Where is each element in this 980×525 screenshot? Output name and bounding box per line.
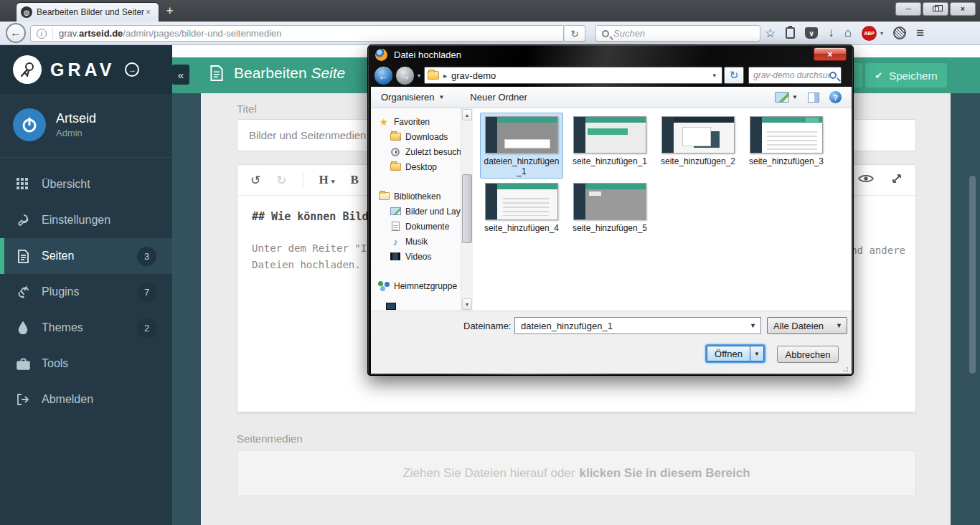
home-icon[interactable]: ⌂ [844, 26, 852, 40]
tree-item-zuletzt-besucht[interactable]: Zuletzt besucht [371, 144, 473, 159]
sidebar-item-label: Seiten [42, 250, 74, 262]
tree-item-bilder[interactable]: Bilder und Layou [371, 204, 473, 219]
new-tab-button[interactable]: + [166, 4, 173, 17]
tree-item-musik[interactable]: ♪Musik [371, 234, 473, 249]
filetype-dropdown[interactable]: Alle Dateien ▼ [767, 317, 847, 334]
logo-arrow-icon[interactable]: → [125, 62, 139, 77]
open-button[interactable]: Öffnen [707, 346, 750, 361]
new-folder-button[interactable]: Neuer Ordner [470, 92, 527, 103]
pocket-icon[interactable]: ∨ [805, 27, 818, 39]
dialog-search-field[interactable]: grav-demo durchsuchen [748, 67, 842, 84]
dialog-back-button[interactable]: ← [374, 66, 393, 85]
breadcrumb-dropdown-icon[interactable]: ▾ [710, 72, 719, 79]
window-minimize-button[interactable]: ─ [895, 2, 921, 16]
views-icon [775, 92, 789, 103]
sidebar-item-abmelden[interactable]: Abmelden [0, 382, 172, 417]
preview-eye-icon[interactable] [858, 173, 874, 187]
pages-count-badge: 3 [137, 247, 156, 266]
file-tile[interactable]: seite_hinzufügen_3 [745, 113, 828, 169]
sidebar-item-tools[interactable]: Tools [0, 346, 172, 382]
tree-item-desktop[interactable]: Desktop [371, 159, 473, 174]
tree-scrollbar[interactable]: ▲ ▼ [461, 108, 473, 311]
music-icon: ♪ [390, 237, 401, 247]
sidebar-item-label: Abmelden [42, 393, 93, 406]
browser-search-field[interactable]: Suchen [595, 25, 760, 42]
tree-scrollbar-thumb[interactable] [462, 174, 472, 243]
tree-item-heimnetzgruppe[interactable]: Heimnetzgruppe [371, 278, 473, 293]
hamburger-menu-icon[interactable]: ≡ [916, 25, 924, 41]
bold-icon[interactable]: B [351, 173, 359, 187]
open-split-button[interactable]: Öffnen ▼ [705, 344, 765, 363]
organize-menu[interactable]: Organisieren▼ [381, 92, 444, 103]
dialog-title: Datei hochladen [394, 49, 461, 60]
user-area[interactable]: Artseid Admin [0, 94, 172, 158]
folder-tree: ★Favoriten ↓Downloads Zuletzt besucht De… [371, 108, 473, 311]
clipboard-icon[interactable] [786, 27, 795, 39]
help-icon[interactable]: ? [829, 91, 842, 103]
resize-grip[interactable] [843, 365, 850, 372]
chevron-down-icon: ▼ [438, 94, 444, 100]
chevron-down-icon[interactable]: ▼ [833, 322, 845, 329]
scroll-down-icon[interactable]: ▼ [462, 298, 472, 310]
tree-item-downloads[interactable]: ↓Downloads [371, 129, 473, 144]
sidebar-item-themes[interactable]: Themes 2 [0, 310, 172, 346]
sidebar-item-seiten[interactable]: Seiten 3 [0, 238, 172, 274]
plugins-count-badge: 7 [137, 283, 156, 302]
fullscreen-icon[interactable] [891, 173, 903, 188]
tree-item-favoriten[interactable]: ★Favoriten [371, 114, 473, 129]
scroll-up-icon[interactable]: ▲ [462, 109, 472, 120]
open-dropdown-icon[interactable]: ▼ [750, 346, 764, 361]
tree-item-dokumente[interactable]: Dokumente [371, 219, 473, 234]
fingerprint-icon[interactable] [893, 27, 906, 39]
file-tile[interactable]: seite_hinzufügen_1 [568, 113, 651, 169]
tab-close-icon[interactable]: × [146, 7, 151, 17]
user-role: Admin [56, 128, 96, 138]
file-tile[interactable]: seite_hinzufügen_2 [656, 113, 740, 169]
preview-pane-icon[interactable] [808, 93, 819, 103]
breadcrumb-location[interactable]: grav-demo [451, 70, 496, 81]
history-caret-icon[interactable]: ▾ [418, 72, 420, 79]
avatar [13, 108, 46, 141]
tree-item-videos[interactable]: Videos [371, 249, 473, 264]
file-tile[interactable]: seite_hinzufügen_5 [568, 179, 651, 235]
adblock-caret-icon[interactable]: ▾ [880, 30, 883, 37]
themes-count-badge: 2 [137, 318, 156, 338]
page-file-icon [16, 249, 30, 263]
breadcrumb[interactable]: ▸ grav-demo ▾ [424, 67, 722, 84]
dialog-close-button[interactable]: × [814, 47, 847, 61]
window-restore-button[interactable] [923, 2, 948, 16]
tree-item-computer-partial[interactable] [378, 298, 401, 311]
heading-dropdown[interactable]: H ▾ [319, 173, 335, 187]
sidebar-collapse-button[interactable]: « [172, 65, 189, 85]
homegroup-icon [378, 281, 390, 291]
refresh-button[interactable]: ↻ [724, 67, 744, 84]
views-button[interactable]: ▼ [775, 92, 798, 103]
file-name: seite_hinzufügen_1 [570, 156, 649, 166]
downloads-icon[interactable]: ↓ [828, 26, 834, 40]
sidebar-item-plugins[interactable]: Plugins 7 [0, 274, 172, 310]
page-scrollbar-thumb[interactable] [969, 176, 976, 374]
filename-combobox[interactable]: dateien_hinzufügen_1 ▼ [514, 317, 761, 334]
sidebar-item-uebersicht[interactable]: Übersicht [0, 166, 172, 202]
file-thumbnail [750, 116, 823, 153]
dialog-forward-button[interactable]: → [395, 66, 415, 85]
undo-icon[interactable]: ↺ [250, 173, 260, 188]
chevron-down-icon[interactable]: ▼ [747, 322, 759, 329]
adblock-plus-icon[interactable]: ABP [862, 26, 877, 41]
media-dropzone[interactable]: Ziehen Sie Dateien hierauf oder klicken … [237, 450, 916, 496]
url-bar[interactable]: i grav.artseid.de/admin/pages/bilder-und… [30, 25, 564, 42]
browser-tab[interactable]: ◍ Bearbeiten Bilder und Seitenm × [16, 2, 159, 22]
cancel-button[interactable]: Abbrechen [777, 346, 839, 363]
window-close-button[interactable]: × [950, 2, 976, 16]
bookmark-star-icon[interactable]: ☆ [765, 26, 776, 41]
site-info-icon[interactable]: i [37, 29, 47, 39]
file-tile[interactable]: seite_hinzufügen_4 [480, 179, 563, 235]
save-button[interactable]: ✔ Speichern [865, 63, 947, 88]
back-button[interactable]: ← [6, 23, 26, 43]
redo-icon[interactable]: ↻ [276, 173, 286, 188]
file-tile[interactable]: dateien_hinzufügen_1 [480, 113, 563, 179]
dialog-titlebar[interactable]: Datei hochladen × [368, 45, 853, 64]
sidebar-item-einstellungen[interactable]: Einstellungen [0, 202, 172, 238]
reload-button[interactable]: ↻ [564, 25, 585, 42]
tree-item-bibliotheken[interactable]: Bibliotheken [371, 189, 473, 204]
